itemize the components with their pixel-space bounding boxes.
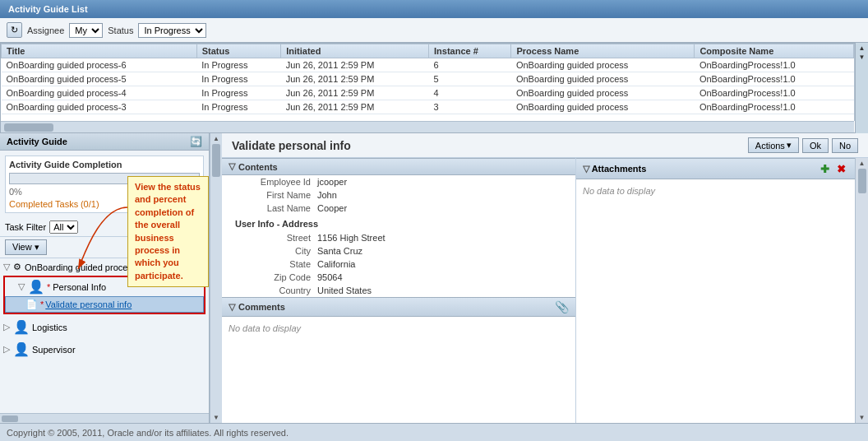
rp-scroll-down[interactable]: ▼ [859,414,866,421]
city-label: City [235,246,317,256]
refresh-button[interactable]: ↻ [7,22,22,38]
contents-section-header[interactable]: ▽ Contents [222,158,575,175]
cell-initiated: Jun 26, 2011 2:59 PM [281,86,429,100]
no-button[interactable]: No [832,138,858,153]
lp-scroll-up[interactable]: ▲ [213,135,219,142]
root-label: OnBoarding guided process [25,262,136,272]
cell-title: OnBoarding guided process-4 [2,86,197,100]
right-panel: Validate personal info Actions ▾ Ok No ▽… [222,133,868,423]
tree-supervisor[interactable]: ▷ 👤 Supervisor [0,340,209,359]
rp-scroll-up[interactable]: ▲ [859,160,866,167]
cell-instance: 5 [429,72,511,86]
comments-no-data: No data to display [229,323,301,333]
assignee-select[interactable]: My [69,23,103,38]
main-content: Activity Guide 🔄 Activity Guide Completi… [0,133,868,423]
col-status: Status [196,44,281,58]
lp-scroll-down[interactable]: ▼ [213,414,219,421]
cell-composite: OnBoardingProcess!1.0 [695,72,854,86]
col-initiated: Initiated [281,44,429,58]
right-scrollbar[interactable]: ▲ ▼ [855,158,868,423]
logistics-toggle[interactable]: ▷ [3,322,13,332]
supervisor-label: Supervisor [32,345,76,355]
logistics-icon: 👤 [13,319,30,335]
nav-up[interactable]: ▲ [859,44,866,52]
status-label: Status [108,26,133,35]
cell-status: In Progress [196,86,281,100]
country-label: Country [235,285,317,295]
view-button[interactable]: View ▾ [5,239,47,255]
cell-process: OnBoarding guided process [511,58,695,72]
rp-scroll-thumb [858,169,866,193]
form-right: ▽ Attachments ✚ ✖ No data to display [575,158,855,423]
first-name-row: First Name John [222,188,575,202]
zip-row: Zip Code 95064 [222,271,575,284]
zip-value: 95064 [317,272,343,282]
comments-icon[interactable]: 📎 [555,300,569,313]
cell-status: In Progress [196,58,281,72]
contents-label: Contents [238,162,278,172]
list-item[interactable]: OnBoarding guided process-6 In Progress … [2,58,867,72]
tree-hscroll[interactable] [0,413,209,423]
list-item[interactable]: OnBoarding guided process-3 In Progress … [2,100,867,114]
progress-start: 0% [9,187,22,197]
root-toggle[interactable]: ▽ [3,262,13,272]
milestone-label: Personal Info [53,282,106,292]
ok-button[interactable]: Ok [802,138,829,153]
col-instance: Instance # [429,44,511,58]
comments-toggle[interactable]: ▽ [229,302,235,313]
filter-bar: ↻ Assignee My Status In Progress Complet… [0,18,868,43]
actions-button[interactable]: Actions ▾ [748,137,799,153]
cell-composite: OnBoardingProcess!1.0 [695,86,854,100]
supervisor-toggle[interactable]: ▷ [3,344,13,355]
lp-scroll-thumb [212,144,220,177]
form-header: Validate personal info Actions ▾ Ok No [222,133,868,158]
cell-initiated: Jun 26, 2011 2:59 PM [281,100,429,114]
list-area-wrapper: Title Status Initiated Instance # Proces… [0,43,868,133]
task-icon: 📄 [25,299,38,310]
supervisor-icon: 👤 [13,341,30,357]
employee-id-label: Employee Id [235,177,317,187]
zip-label: Zip Code [235,272,317,282]
milestone-toggle[interactable]: ▽ [18,281,28,292]
comments-section-header[interactable]: ▽ Comments 📎 [222,297,575,317]
form-left: ▽ Contents Employee Id jcooper First Nam… [222,158,575,423]
cell-title: OnBoarding guided process-3 [2,100,197,114]
ag-icon: 🔄 [190,136,202,147]
comments-area: No data to display [222,317,575,340]
contents-toggle[interactable]: ▽ [229,161,235,172]
attachments-toggle[interactable]: ▽ [583,164,589,174]
delete-attachment-button[interactable]: ✖ [833,161,848,176]
attachments-header: ▽ Attachments ✚ ✖ [576,158,855,179]
process-list-table: Title Status Initiated Instance # Proces… [1,44,867,114]
nav-down[interactable]: ▼ [859,53,866,61]
list-item[interactable]: OnBoarding guided process-4 In Progress … [2,86,867,100]
task-filter-label: Task Filter [5,222,46,232]
tooltip1-text: View the status and percent completion o… [135,182,201,281]
cell-instance: 4 [429,86,511,100]
cell-instance: 3 [429,100,511,114]
form-body: ▽ Contents Employee Id jcooper First Nam… [222,158,868,423]
comments-label: Comments [238,302,285,312]
cell-initiated: Jun 26, 2011 2:59 PM [281,72,429,86]
last-name-value: Cooper [317,203,347,213]
list-item[interactable]: OnBoarding guided process-5 In Progress … [2,72,867,86]
task-filter-select[interactable]: All [49,220,78,234]
attachments-label: Attachments [592,164,647,174]
cell-process: OnBoarding guided process [511,100,695,114]
actions-label: Actions [755,141,785,151]
task-validate[interactable]: 📄 * Validate personal info [5,296,204,313]
street-label: Street [235,233,317,243]
country-value: United States [317,285,372,295]
left-panel-wrapper: Activity Guide 🔄 Activity Guide Completi… [0,133,222,423]
employee-id-row: Employee Id jcooper [222,175,575,188]
status-select[interactable]: In Progress Completed All [138,23,206,38]
left-panel-scrollbar[interactable]: ▲ ▼ [210,133,222,423]
cell-status: In Progress [196,100,281,114]
country-row: Country United States [222,284,575,297]
tree-logistics[interactable]: ▷ 👤 Logistics [0,318,209,337]
add-attachment-button[interactable]: ✚ [817,161,832,176]
cell-title: OnBoarding guided process-5 [2,72,197,86]
footer-text: Copyright © 2005, 2011, Oracle and/or it… [7,428,289,438]
completed-value: (0/1) [81,199,99,209]
attach-icons: ✚ ✖ [817,161,848,176]
